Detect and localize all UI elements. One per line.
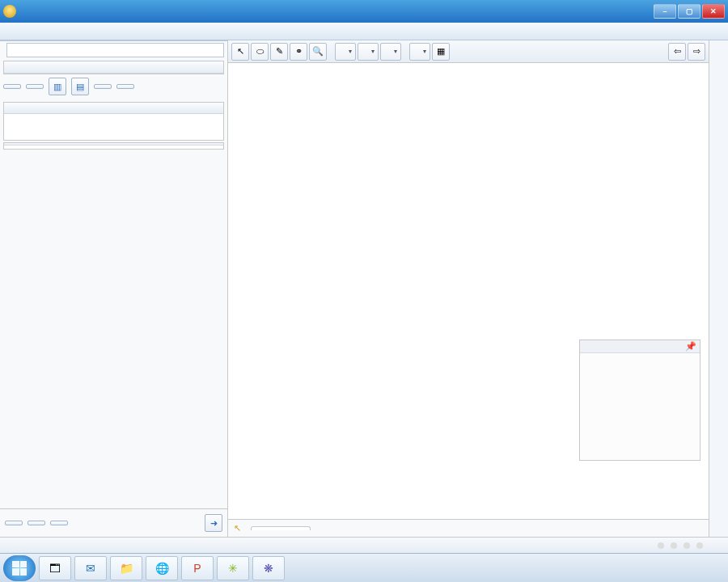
pointer-tool[interactable]: ↖: [231, 43, 249, 61]
dataset-tabbar: ↖: [228, 519, 709, 537]
pencil-icon: ✎: [276, 46, 283, 57]
app-icon: [3, 5, 16, 18]
sort-button[interactable]: [94, 84, 112, 89]
taskbar-item[interactable]: ❋: [252, 556, 285, 580]
server-dot: [671, 542, 677, 549]
arrow-right-icon: ⇨: [693, 46, 700, 57]
minimap-panel[interactable]: 📌: [579, 340, 700, 461]
avail-col-criteria[interactable]: [85, 103, 150, 113]
canvas-toolbar: ↖ ⬭ ✎ ⚭ 🔍 ▦ ⇦ ⇨: [228, 40, 709, 63]
card-canvas[interactable]: 📌: [228, 63, 709, 519]
window-close-button[interactable]: ✕: [702, 4, 725, 19]
lasso-icon: ⬭: [256, 46, 264, 57]
cursor-icon: ↖: [237, 46, 244, 57]
arrow-right-icon: ➜: [210, 518, 218, 529]
window-titlebar: – ▢ ✕: [0, 0, 728, 23]
analyse-dropdown[interactable]: [335, 43, 356, 61]
taskbar-item[interactable]: 🗔: [39, 556, 71, 580]
nav-back-button[interactable]: ⇦: [668, 43, 686, 61]
selection-cursor-icon: ↖: [228, 523, 246, 534]
taskbar-item[interactable]: 📁: [110, 556, 142, 580]
add-rule-button[interactable]: [3, 84, 21, 89]
profile-input[interactable]: [6, 43, 224, 57]
menu-bar: [0, 23, 728, 40]
arrow-left-icon: ⇦: [674, 46, 681, 57]
avail-col-importance[interactable]: [150, 103, 223, 113]
right-icon-strip: [709, 40, 728, 537]
magnifier-icon: 🔍: [312, 46, 324, 57]
mpo-explorer-section: ➜: [0, 508, 227, 537]
avail-col-property[interactable]: [4, 103, 85, 113]
build-profile-button[interactable]: [5, 521, 23, 525]
server-dot: [658, 542, 664, 549]
layout-dropdown[interactable]: [380, 43, 401, 61]
properties-button-row: ▥ ▤: [0, 74, 227, 99]
mpo-run-button[interactable]: ➜: [205, 514, 222, 532]
delete-button[interactable]: [26, 84, 44, 89]
organise-dropdown[interactable]: [358, 43, 379, 61]
taskbar: 🗔 ✉ 📁 🌐 P ✳ ❋: [0, 553, 728, 582]
link-icon: ⚭: [295, 46, 303, 57]
properties-table: [3, 61, 224, 74]
grid-view-button[interactable]: ▦: [432, 43, 450, 61]
taskbar-item[interactable]: ✳: [217, 556, 249, 580]
window-minimize-button[interactable]: –: [654, 4, 676, 19]
sensitivity-button[interactable]: [50, 521, 68, 525]
dataset-tab[interactable]: [251, 526, 311, 530]
server-dot: [696, 542, 703, 549]
window-maximize-button[interactable]: ▢: [678, 4, 700, 19]
save-icon-button[interactable]: ▤: [71, 78, 89, 95]
disk-icon: ▤: [76, 82, 84, 92]
folder-icon: ▥: [53, 82, 61, 92]
grid-icon: ▦: [437, 46, 445, 57]
taskbar-item[interactable]: ✉: [74, 556, 107, 580]
right-area: ↖ ⬭ ✎ ⚭ 🔍 ▦ ⇦ ⇨ 📌: [228, 40, 728, 537]
link-tool[interactable]: ⚭: [290, 43, 307, 61]
zoom-tool[interactable]: 🔍: [309, 43, 327, 61]
analyse-button[interactable]: [28, 521, 45, 525]
start-button[interactable]: [3, 555, 36, 581]
lasso-tool[interactable]: ⬭: [251, 43, 269, 61]
taskbar-item[interactable]: 🌐: [146, 556, 178, 580]
design-dropdown[interactable]: [409, 43, 430, 61]
pin-icon[interactable]: 📌: [685, 341, 696, 352]
nav-fwd-button[interactable]: ⇨: [688, 43, 705, 61]
open-icon-button[interactable]: ▥: [49, 78, 66, 95]
saved-profiles-panel: [3, 142, 224, 150]
edit-button[interactable]: [116, 84, 134, 89]
profile-row: [0, 41, 227, 59]
left-panel: ▥ ▤ ➜: [0, 40, 228, 537]
server-dot: [684, 542, 690, 549]
available-properties-list: [3, 102, 224, 141]
status-bar: [0, 537, 728, 553]
taskbar-item[interactable]: P: [181, 556, 214, 580]
pencil-tool[interactable]: ✎: [270, 43, 288, 61]
